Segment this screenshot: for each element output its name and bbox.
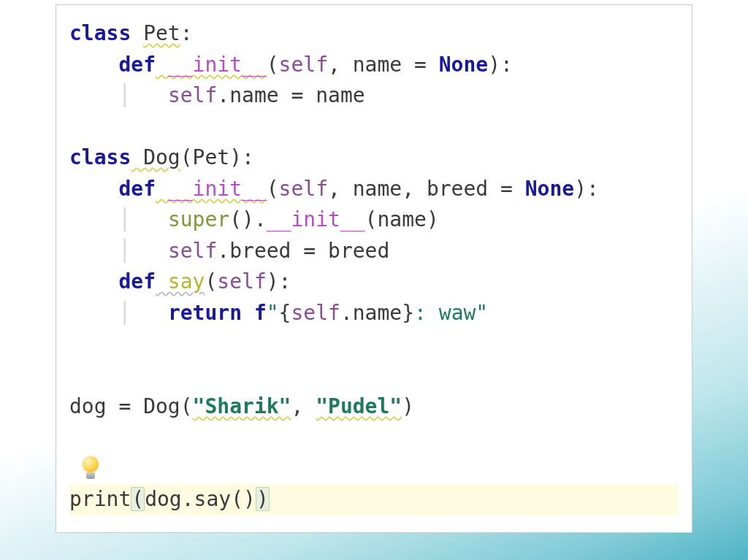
punct-lparen: ( [180, 145, 193, 169]
lightbulb-icon[interactable] [80, 456, 102, 483]
punct-lparen-matched: ( [131, 487, 145, 511]
brace-close: } [402, 301, 414, 325]
call-expr: dog.say( [145, 487, 243, 511]
bulb-glass-icon [83, 456, 99, 472]
class-name: Pet [131, 21, 180, 45]
code-line: class Dog(Pet): [69, 142, 679, 174]
code-line: │ return f"{self.name}: waw" [69, 298, 679, 329]
fstring-prefix: f [254, 301, 267, 325]
indent [69, 239, 118, 263]
punct-rparen: ): [574, 177, 599, 201]
brace-open: { [279, 301, 291, 325]
code-line-blank [69, 112, 679, 143]
punct-lparen: ( [205, 269, 217, 294]
indent [69, 207, 118, 231]
class-call: Dog [143, 394, 180, 418]
punct-lparen: ( [180, 394, 193, 418]
indent-guide: │ [118, 207, 167, 231]
self-ref: self [168, 239, 217, 263]
punct-rparen-matched: ) [256, 487, 270, 511]
punct-lparen: ( [267, 53, 279, 77]
punct-colon: : [180, 21, 193, 45]
string-quote: " [476, 301, 488, 325]
code-line-active: print(dog.say()) [69, 484, 679, 515]
keyword-def: def [118, 177, 156, 201]
string-body: : waw [414, 301, 476, 325]
punct: (). [229, 207, 267, 231]
class-name: Dog [131, 145, 180, 169]
code-line: def __init__(self, name = None): [69, 50, 679, 81]
punct-lparen: ( [267, 177, 279, 201]
indent [69, 177, 118, 201]
keyword-class: class [69, 21, 131, 45]
code-line-blank [69, 422, 679, 453]
code-line: │ self.name = name [69, 80, 679, 112]
params: , name = [328, 53, 439, 77]
code-line: dog = Dog("Sharik", "Pudel") [69, 391, 679, 423]
assignment: .breed = breed [217, 239, 389, 263]
self-ref: self [168, 83, 217, 107]
keyword-return: return [168, 301, 242, 325]
params: , name, breed = [328, 177, 525, 201]
code-line: print(dog.name) [69, 453, 679, 485]
code-line: def say(self): [69, 266, 679, 298]
method-name-init: __init__ [267, 207, 365, 231]
indent [69, 269, 118, 294]
punct-rparen: ): [229, 145, 254, 169]
code-editor-panel: class Pet: def __init__(self, name = Non… [56, 4, 692, 533]
indent [69, 53, 118, 77]
string-quote: " [267, 301, 279, 325]
string-literal: "Sharik" [193, 394, 291, 418]
space [242, 301, 254, 325]
assign-lhs: dog = [69, 394, 143, 418]
punct-rparen: ) [243, 487, 256, 511]
keyword-none: None [439, 53, 488, 77]
bulb-base-icon [86, 472, 95, 479]
code-line: │ super().__init__(name) [69, 204, 679, 236]
code-line: class Pet: [69, 18, 679, 50]
indent-guide: │ [118, 301, 167, 325]
string-literal: "Pudel" [316, 394, 402, 418]
punct-rparen: ) [402, 394, 414, 418]
super-call: super [168, 207, 229, 231]
builtin-print: print [69, 487, 131, 511]
punct-comma: , [291, 394, 316, 418]
punct-rparen: ): [267, 269, 291, 294]
method-name-say: say [156, 269, 205, 294]
method-name-init: __init__ [156, 177, 267, 201]
self-param: self [279, 53, 328, 77]
keyword-none: None [525, 177, 574, 201]
code-line: def __init__(self, name, breed = None): [69, 174, 679, 205]
code-line: │ self.breed = breed [69, 236, 679, 267]
punct-rparen: ): [488, 53, 513, 77]
keyword-class: class [69, 145, 131, 169]
self-param: self [217, 269, 266, 294]
indent [69, 83, 118, 107]
self-param: self [279, 177, 328, 201]
keyword-def: def [118, 269, 156, 294]
method-name-init: __init__ [156, 53, 267, 77]
code-line-blank [69, 329, 679, 360]
base-class: Pet [193, 145, 230, 169]
assignment: .name = name [217, 83, 365, 107]
fstring-self: self [291, 301, 340, 325]
args: (name) [365, 207, 439, 231]
indent-guide: │ [118, 239, 167, 263]
code-line-blank [69, 360, 679, 391]
indent [69, 301, 118, 325]
fstring-attr: .name [340, 301, 402, 325]
indent-guide: │ [118, 83, 167, 107]
keyword-def: def [118, 53, 156, 77]
